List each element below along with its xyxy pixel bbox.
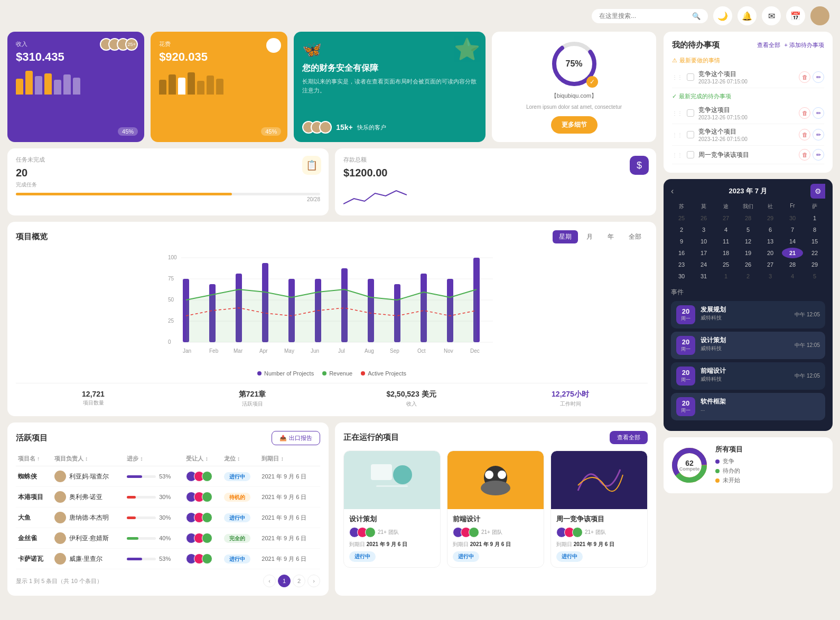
cal-day-cell[interactable]: 27 (760, 259, 781, 270)
view-all-running-btn[interactable]: 查看全部 (610, 431, 648, 444)
event-item-0[interactable]: 20 周一 发展规划 威特科技 中午 12:05 (671, 301, 825, 328)
col-manager[interactable]: 项目负责人 ↕ (52, 452, 125, 466)
bell-icon-btn[interactable]: 🔔 (738, 6, 757, 25)
next-page-btn[interactable]: › (307, 575, 320, 587)
todo-checkbox-3[interactable] (687, 131, 694, 138)
col-assignee[interactable]: 受让人 ↕ (184, 452, 221, 466)
cal-day-cell[interactable]: 23 (671, 259, 692, 270)
domain-detail-btn[interactable]: 更多细节 (551, 116, 598, 134)
cal-day-cell[interactable]: 17 (693, 248, 714, 258)
cal-day-cell[interactable]: 26 (738, 259, 759, 270)
moon-icon: 🌙 (717, 11, 728, 21)
tasks-progress-text: 20/28 (16, 196, 320, 202)
edit-todo-2[interactable]: ✏ (813, 107, 824, 119)
delete-todo-2[interactable]: 🗑 (799, 107, 810, 119)
cal-day-cell[interactable]: 7 (782, 224, 803, 235)
user-avatar[interactable] (810, 6, 829, 25)
cal-day-header: 途 (715, 201, 736, 212)
prev-page-btn[interactable]: ‹ (263, 575, 276, 587)
cal-day-cell[interactable]: 14 (782, 236, 803, 247)
cal-day-cell[interactable]: 29 (760, 213, 781, 223)
todo-card: 我的待办事项 查看全部 + 添加待办事项 ⚠ 最新要做的事情 ⋮⋮ 竞争这个项目… (664, 32, 833, 173)
stat-work: 12,275小时 工作时间 (493, 390, 648, 408)
todo-view-all[interactable]: 查看全部 (757, 41, 780, 49)
calendar-icon: 📅 (790, 11, 801, 21)
cal-day-cell[interactable]: 13 (760, 236, 781, 247)
cal-day-cell[interactable]: 9 (671, 236, 692, 247)
cal-day-cell[interactable]: 6 (760, 224, 781, 235)
cal-day-cell[interactable]: 29 (804, 259, 825, 270)
cal-day-cell[interactable]: 5 (804, 271, 825, 281)
cell-status-4: 进行中 (222, 549, 259, 569)
page-2-btn[interactable]: 2 (293, 575, 305, 587)
cal-day-cell[interactable]: 26 (693, 213, 714, 223)
delete-todo-1[interactable]: 🗑 (799, 71, 810, 83)
stat-revenue: $2,50,523 美元 收入 (334, 390, 489, 408)
tab-month[interactable]: 月 (580, 230, 599, 243)
page-1-btn[interactable]: 1 (278, 575, 291, 587)
col-date[interactable]: 到期日 ↕ (259, 452, 320, 466)
cal-day-cell[interactable]: 30 (782, 213, 803, 223)
search-input[interactable] (599, 12, 688, 20)
cal-day-cell[interactable]: 1 (715, 271, 736, 281)
cal-day-cell[interactable]: 28 (782, 259, 803, 270)
tab-all[interactable]: 全部 (622, 230, 648, 243)
cal-day-cell[interactable]: 30 (671, 271, 692, 281)
edit-todo-1[interactable]: ✏ (813, 71, 824, 83)
cal-day-cell[interactable]: 2 (671, 224, 692, 235)
cell-name-4: 卡萨诺瓦 (16, 549, 52, 569)
cal-day-cell[interactable]: 27 (715, 213, 736, 223)
tasks-sub: 完成任务 (16, 181, 320, 189)
col-status[interactable]: 龙位 ↕ (222, 452, 259, 466)
cal-day-cell[interactable]: 8 (804, 224, 825, 235)
cal-day-cell[interactable]: 19 (738, 248, 759, 258)
cal-day-cell[interactable]: 20 (760, 248, 781, 258)
todo-item-3: ⋮⋮ 竞争这个项目 2023-12-26 07:15:00 🗑 ✏ (672, 124, 824, 146)
cal-day-cell[interactable]: 15 (804, 236, 825, 247)
col-progress[interactable]: 进步 ↕ (125, 452, 184, 466)
mail-icon-btn[interactable]: ✉ (762, 6, 781, 25)
cal-day-cell[interactable]: 4 (715, 224, 736, 235)
cal-day-cell[interactable]: 1 (804, 213, 825, 223)
todo-add[interactable]: + 添加待办事项 (785, 41, 824, 49)
cal-day-cell[interactable]: 2 (738, 271, 759, 281)
cal-day-cell[interactable]: 24 (693, 259, 714, 270)
cal-day-cell[interactable]: 21 (782, 248, 803, 258)
col-name[interactable]: 项目名 ↑ (16, 452, 52, 466)
cal-prev-btn[interactable]: ‹ (671, 186, 674, 196)
cal-day-cell[interactable]: 25 (671, 213, 692, 223)
cal-day-cell[interactable]: 3 (693, 224, 714, 235)
cal-day-cell[interactable]: 16 (671, 248, 692, 258)
edit-todo-4[interactable]: ✏ (813, 149, 824, 161)
search-box[interactable]: 🔍 (592, 9, 708, 23)
delete-todo-3[interactable]: 🗑 (799, 129, 810, 140)
cal-day-cell[interactable]: 4 (782, 271, 803, 281)
export-btn[interactable]: 📤 出口报告 (272, 431, 320, 445)
cal-day-cell[interactable]: 18 (715, 248, 736, 258)
event-item-1[interactable]: 20 周一 设计策划 威特科技 中午 12:05 (671, 332, 825, 359)
cal-day-cell[interactable]: 28 (738, 213, 759, 223)
tab-week[interactable]: 星期 (553, 230, 578, 243)
tab-year[interactable]: 年 (601, 230, 620, 243)
todo-checkbox-4[interactable] (687, 151, 694, 158)
delete-todo-4[interactable]: 🗑 (799, 149, 810, 161)
todo-checkbox-2[interactable] (687, 109, 694, 117)
cal-day-cell[interactable]: 3 (760, 271, 781, 281)
todo-date-1: 2023-12-26 07:15:00 (698, 79, 795, 84)
cal-day-cell[interactable]: 10 (693, 236, 714, 247)
edit-todo-3[interactable]: ✏ (813, 129, 824, 140)
cal-day-cell[interactable]: 12 (738, 236, 759, 247)
event-item-3[interactable]: 20 周一 软件框架 ... (671, 393, 825, 420)
cal-day-cell[interactable]: 22 (804, 248, 825, 258)
cal-day-cell[interactable]: 25 (715, 259, 736, 270)
todo-checkbox-1[interactable] (687, 73, 694, 81)
expense-card: + 花费 $920.035 45% (151, 32, 287, 142)
cal-day-cell[interactable]: 31 (693, 271, 714, 281)
calendar-icon-btn[interactable]: 📅 (786, 6, 805, 25)
cal-day-cell[interactable]: 5 (738, 224, 759, 235)
event-date-num-1: 20 (682, 338, 689, 346)
cal-day-cell[interactable]: 11 (715, 236, 736, 247)
event-item-2[interactable]: 20 周一 前端设计 威特科技 中午 12:05 (671, 362, 825, 390)
moon-icon-btn[interactable]: 🌙 (713, 6, 732, 25)
cal-settings-btn[interactable]: ⚙ (810, 184, 825, 199)
